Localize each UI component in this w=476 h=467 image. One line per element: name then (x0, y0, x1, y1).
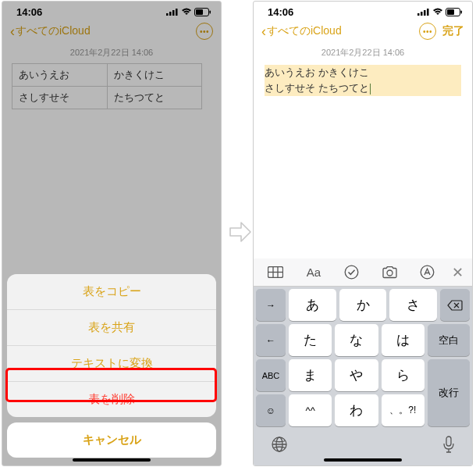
keyboard-toolbar: Aa ✕ (254, 258, 472, 287)
kb-tool-format[interactable]: Aa (295, 266, 333, 279)
chevron-left-icon: ‹ (10, 23, 15, 40)
svg-rect-1 (169, 12, 172, 16)
kb-tool-checklist[interactable] (332, 265, 371, 280)
keyboard-keys: → あ か さ ← た な は 空白 ABC ま や ら 改行 ☺ (254, 287, 472, 426)
status-icons (166, 8, 211, 16)
svg-rect-8 (421, 12, 423, 16)
note-table[interactable]: あいうえお かきくけこ さしすせそ たちつてと (12, 63, 202, 109)
home-indicator[interactable] (73, 458, 151, 462)
back-button[interactable]: ‹ すべてのiCloud (261, 23, 342, 40)
table-row: あいうえお かきくけこ (12, 64, 202, 87)
svg-rect-0 (166, 13, 169, 16)
key-ka[interactable]: か (339, 289, 387, 321)
svg-rect-6 (210, 10, 211, 13)
back-label: すべてのiCloud (16, 24, 91, 38)
svg-rect-3 (176, 9, 178, 16)
key-ma[interactable]: ま (289, 359, 332, 391)
back-button[interactable]: ‹ すべてのiCloud (10, 23, 91, 40)
status-time: 14:06 (16, 6, 42, 18)
status-bar: 14:06 (254, 2, 472, 19)
key-small[interactable]: ^^ (289, 394, 332, 426)
more-button[interactable]: ••• (196, 23, 213, 40)
action-share-table[interactable]: 表を共有 (7, 310, 216, 346)
keyboard: Aa ✕ → あ か さ ← た な は 空白 ABC ま (254, 258, 472, 465)
nav-bar: ‹ すべてのiCloud ••• 完了 (254, 19, 472, 44)
key-ya[interactable]: や (335, 359, 378, 391)
svg-point-18 (345, 266, 358, 279)
arrow-right-icon (227, 219, 254, 245)
key-emoji[interactable]: ☺ (256, 394, 286, 426)
action-copy-table[interactable]: 表をコピー (7, 274, 216, 310)
key-ta[interactable]: た (289, 324, 332, 356)
key-return[interactable]: 改行 (428, 359, 470, 426)
note-timestamp: 2021年2月22日 14:06 (2, 44, 221, 63)
key-abc[interactable]: ABC (256, 359, 286, 391)
table-cell[interactable]: かきくけこ (107, 64, 202, 87)
phone-right: 14:06 ‹ すべてのiCloud ••• 完了 2021年2月22日 14:… (253, 1, 473, 466)
key-na[interactable]: な (335, 324, 378, 356)
more-button[interactable]: ••• (419, 23, 436, 40)
key-space[interactable]: 空白 (428, 324, 470, 356)
mic-icon[interactable] (442, 436, 455, 453)
back-label: すべてのiCloud (267, 24, 342, 38)
table-cell[interactable]: あいうえお (12, 64, 108, 87)
globe-icon[interactable] (271, 436, 288, 453)
status-bar: 14:06 (2, 2, 221, 19)
key-backspace[interactable] (440, 289, 470, 321)
status-icons (417, 8, 463, 16)
key-a[interactable]: あ (289, 289, 336, 321)
note-line: さしすせそ たちつてと (265, 80, 461, 96)
nav-bar: ‹ すべてのiCloud ••• (2, 19, 221, 44)
chevron-left-icon: ‹ (261, 23, 266, 40)
text-cursor (370, 84, 371, 94)
table-row: さしすせそ たちつてと (12, 87, 202, 109)
done-button[interactable]: 完了 (442, 24, 464, 38)
kb-tool-close[interactable]: ✕ (446, 264, 469, 281)
cancel-button[interactable]: キャンセル (7, 422, 216, 458)
svg-rect-9 (424, 10, 426, 16)
note-line: あいうえお かきくけこ (265, 65, 461, 80)
table-cell[interactable]: さしすせそ (12, 87, 108, 109)
key-sa[interactable]: さ (389, 289, 437, 321)
key-ra[interactable]: ら (382, 359, 424, 391)
phone-left: 14:06 ‹ すべてのiCloud ••• 2021年2月22日 14:06 … (2, 1, 222, 466)
kb-tool-table[interactable] (257, 266, 295, 278)
key-punct[interactable]: 、。?! (382, 394, 424, 426)
svg-rect-12 (447, 9, 454, 15)
status-time: 14:06 (268, 6, 293, 18)
svg-rect-24 (446, 437, 451, 446)
table-cell[interactable]: たちつてと (107, 87, 202, 109)
kb-tool-markup[interactable] (408, 265, 446, 280)
home-indicator[interactable] (324, 458, 402, 462)
key-arrow-right[interactable]: → (256, 289, 286, 321)
key-ha[interactable]: は (382, 324, 424, 356)
table-container: あいうえお かきくけこ さしすせそ たちつてと (2, 63, 221, 109)
svg-rect-10 (427, 9, 429, 16)
svg-rect-2 (172, 10, 175, 16)
kb-tool-camera[interactable] (371, 266, 409, 279)
note-body[interactable]: あいうえお かきくけこ さしすせそ たちつてと (254, 63, 472, 98)
note-timestamp: 2021年2月22日 14:06 (254, 44, 472, 63)
key-wa[interactable]: わ (335, 394, 378, 426)
svg-rect-13 (461, 10, 463, 13)
svg-rect-5 (196, 9, 203, 15)
svg-point-19 (387, 270, 393, 276)
highlight-annotation (5, 368, 217, 402)
svg-rect-7 (417, 13, 420, 16)
key-arrow-left[interactable]: ← (256, 324, 286, 356)
